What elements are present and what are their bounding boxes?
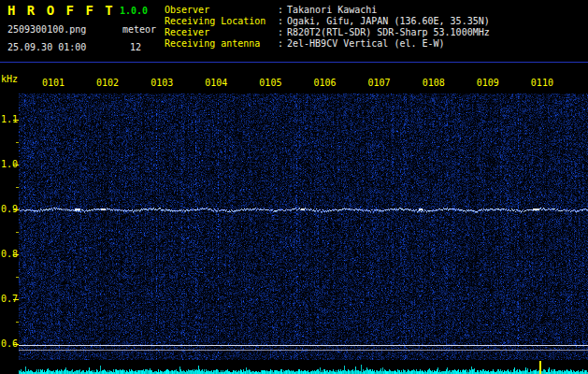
timestamp: 25.09.30 01:00 bbox=[7, 42, 86, 52]
mode-label: meteor bbox=[122, 24, 156, 35]
info-value: R820T2(RTL-SDR) SDR-Sharp 53.1000MHz bbox=[287, 27, 490, 38]
time-tick-label: 0101 bbox=[39, 78, 67, 88]
header-divider bbox=[0, 62, 588, 63]
info-separator: : bbox=[278, 27, 287, 38]
app-version: 1.0.0 bbox=[120, 6, 148, 16]
info-separator: : bbox=[278, 16, 287, 27]
app-title: H R O F F T bbox=[7, 3, 115, 18]
time-tick-label: 0109 bbox=[474, 78, 502, 88]
hrofft-window: H R O F F T 1.0.0 2509300100.png meteor … bbox=[0, 0, 588, 374]
info-separator: : bbox=[278, 5, 287, 16]
spectrogram-canvas bbox=[19, 94, 588, 360]
output-filename: 2509300100.png bbox=[7, 24, 86, 35]
time-tick-label: 0107 bbox=[366, 78, 394, 88]
info-row: Observer:Takanori Kawachi bbox=[165, 5, 587, 16]
time-tick-label: 0105 bbox=[256, 78, 284, 88]
station-info-panel: Observer:Takanori KawachiReceiving Locat… bbox=[165, 5, 587, 50]
info-row: Receiving antenna:2el-HB9CV Vertical (el… bbox=[165, 38, 587, 50]
info-row: Receiver:R820T2(RTL-SDR) SDR-Sharp 53.10… bbox=[165, 27, 587, 38]
info-label: Receiving antenna bbox=[165, 38, 278, 50]
time-tick-label: 0104 bbox=[202, 78, 230, 88]
frequency-unit-label: kHz bbox=[1, 74, 18, 84]
time-tick-label: 0106 bbox=[311, 78, 339, 88]
time-tick-label: 0103 bbox=[148, 78, 176, 88]
meteor-count: 12 bbox=[130, 42, 141, 52]
time-tick-label: 0108 bbox=[420, 78, 448, 88]
info-value: Takanori Kawachi bbox=[287, 5, 377, 16]
info-row: Receiving Location:Ogaki, Gifu, JAPAN (1… bbox=[165, 16, 587, 27]
info-separator: : bbox=[278, 38, 287, 50]
info-label: Receiver bbox=[165, 27, 278, 38]
info-label: Observer bbox=[165, 5, 278, 16]
time-tick-label: 0110 bbox=[528, 78, 556, 88]
info-value: Ogaki, Gifu, JAPAN (136.60E, 35.35N) bbox=[287, 16, 490, 27]
amplitude-strip-canvas bbox=[19, 360, 588, 374]
time-tick-label: 0102 bbox=[93, 78, 122, 88]
info-label: Receiving Location bbox=[165, 16, 278, 27]
info-value: 2el-HB9CV Vertical (el. E-W) bbox=[287, 38, 445, 50]
